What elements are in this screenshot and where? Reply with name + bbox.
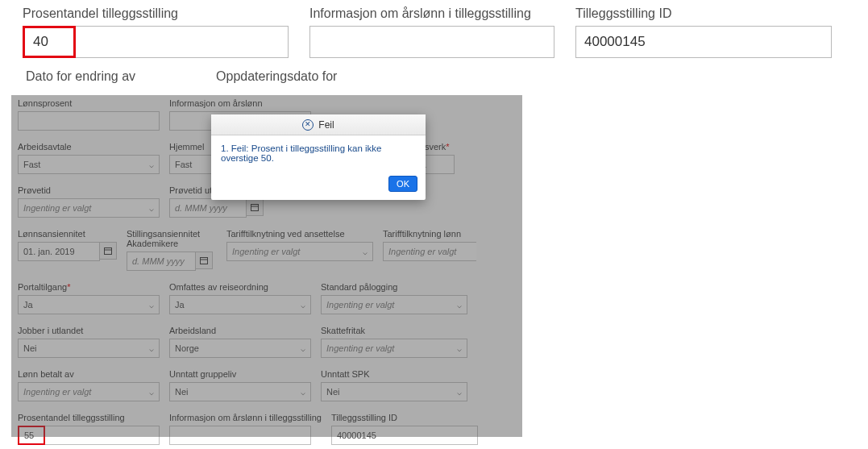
modal-message: 1. Feil: Prosent i tilleggsstilling kan …	[211, 135, 426, 171]
oppdateringsdato-label: Oppdateringsdato for	[216, 69, 337, 84]
prosentandel-label: Prosentandel tilleggsstilling	[23, 6, 289, 21]
tilleggsstilling-id-input[interactable]	[575, 26, 832, 58]
modal-header: ✕ Feil	[211, 114, 426, 135]
modal-title: Feil	[318, 119, 334, 131]
error-icon: ✕	[302, 119, 314, 131]
ok-button[interactable]: OK	[388, 176, 417, 192]
info-arslonn-label: Informasjon om årslønn i tilleggsstillin…	[309, 6, 554, 21]
info-arslonn-input[interactable]	[309, 26, 554, 58]
prosentandel-input[interactable]	[23, 26, 76, 58]
error-modal: ✕ Feil 1. Feil: Prosent i tilleggsstilli…	[211, 114, 426, 200]
dato-endring-label: Dato for endring av	[26, 69, 135, 84]
tilleggsstilling-id-label: Tilleggsstilling ID	[575, 6, 832, 21]
